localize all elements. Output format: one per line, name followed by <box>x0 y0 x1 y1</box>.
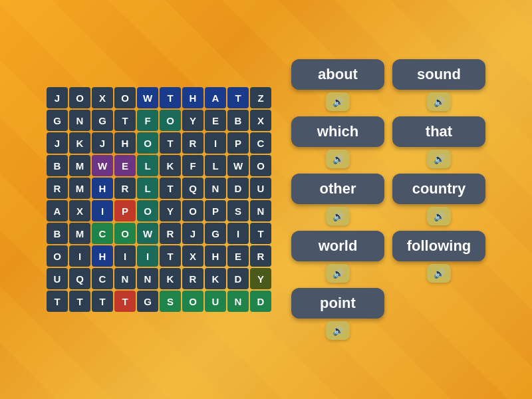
cell-9-8[interactable]: N <box>227 291 249 312</box>
cell-3-5[interactable]: K <box>160 155 181 176</box>
cell-6-0[interactable]: B <box>47 223 68 244</box>
cell-8-2[interactable]: C <box>92 268 113 289</box>
cell-3-2[interactable]: W <box>92 155 113 176</box>
cell-7-7[interactable]: H <box>205 245 226 267</box>
cell-7-0[interactable]: O <box>47 245 68 267</box>
cell-7-4[interactable]: I <box>137 245 158 267</box>
audio-btn-country[interactable]: 🔊 <box>427 207 451 225</box>
cell-3-4[interactable]: L <box>137 155 158 176</box>
cell-1-9[interactable]: X <box>250 110 271 131</box>
cell-6-8[interactable]: I <box>227 223 249 244</box>
cell-8-4[interactable]: N <box>137 268 158 289</box>
cell-2-4[interactable]: O <box>137 132 158 154</box>
cell-8-1[interactable]: Q <box>69 268 90 289</box>
cell-5-7[interactable]: P <box>205 200 226 221</box>
cell-3-0[interactable]: B <box>47 155 68 176</box>
cell-2-5[interactable]: T <box>160 132 181 154</box>
cell-2-2[interactable]: J <box>92 132 113 154</box>
cell-0-9[interactable]: Z <box>250 87 271 108</box>
cell-2-9[interactable]: C <box>250 132 271 154</box>
cell-1-5[interactable]: O <box>160 110 181 131</box>
cell-6-9[interactable]: T <box>250 223 271 244</box>
cell-1-4[interactable]: F <box>137 110 158 131</box>
cell-1-7[interactable]: E <box>205 110 226 131</box>
word-card-other[interactable]: other <box>291 174 384 204</box>
cell-7-5[interactable]: T <box>160 245 181 267</box>
cell-4-9[interactable]: U <box>250 178 271 199</box>
cell-3-9[interactable]: O <box>250 155 271 176</box>
cell-5-2[interactable]: I <box>92 200 113 221</box>
audio-btn-point[interactable]: 🔊 <box>326 321 350 340</box>
cell-9-5[interactable]: S <box>160 291 181 312</box>
cell-1-6[interactable]: Y <box>182 110 203 131</box>
cell-9-9[interactable]: D <box>250 291 271 312</box>
cell-0-2[interactable]: X <box>92 87 113 108</box>
cell-0-6[interactable]: H <box>182 87 203 108</box>
cell-4-6[interactable]: Q <box>182 178 203 199</box>
word-card-point[interactable]: point <box>291 288 384 319</box>
cell-6-4[interactable]: W <box>137 223 158 244</box>
cell-5-5[interactable]: Y <box>160 200 181 221</box>
word-card-following[interactable]: following <box>392 231 485 261</box>
cell-0-8[interactable]: T <box>227 87 249 108</box>
cell-4-2[interactable]: H <box>92 178 113 199</box>
cell-4-8[interactable]: D <box>227 178 249 199</box>
cell-9-3[interactable]: T <box>114 291 136 312</box>
cell-4-1[interactable]: M <box>69 178 90 199</box>
cell-1-8[interactable]: B <box>227 110 249 131</box>
cell-6-1[interactable]: M <box>69 223 90 244</box>
word-card-which[interactable]: which <box>291 116 384 147</box>
cell-5-9[interactable]: N <box>250 200 271 221</box>
word-card-sound[interactable]: sound <box>392 59 485 90</box>
cell-0-5[interactable]: T <box>160 87 181 108</box>
cell-4-7[interactable]: N <box>205 178 226 199</box>
cell-7-6[interactable]: X <box>182 245 203 267</box>
cell-0-1[interactable]: O <box>69 87 90 108</box>
cell-3-3[interactable]: E <box>114 155 136 176</box>
cell-6-2[interactable]: C <box>92 223 113 244</box>
cell-4-0[interactable]: R <box>47 178 68 199</box>
cell-5-8[interactable]: S <box>227 200 249 221</box>
cell-8-8[interactable]: D <box>227 268 249 289</box>
cell-2-8[interactable]: P <box>227 132 249 154</box>
cell-2-0[interactable]: J <box>47 132 68 154</box>
word-card-that[interactable]: that <box>392 116 485 147</box>
word-card-about[interactable]: about <box>291 59 384 90</box>
cell-4-5[interactable]: T <box>160 178 181 199</box>
word-card-world[interactable]: world <box>291 231 384 261</box>
cell-5-6[interactable]: O <box>182 200 203 221</box>
cell-6-7[interactable]: G <box>205 223 226 244</box>
cell-0-0[interactable]: J <box>47 87 68 108</box>
cell-5-4[interactable]: O <box>137 200 158 221</box>
cell-9-1[interactable]: T <box>69 291 90 312</box>
cell-0-7[interactable]: A <box>205 87 226 108</box>
cell-7-9[interactable]: R <box>250 245 271 267</box>
cell-4-3[interactable]: R <box>114 178 136 199</box>
audio-btn-world[interactable]: 🔊 <box>326 264 350 283</box>
cell-8-3[interactable]: N <box>114 268 136 289</box>
audio-btn-about[interactable]: 🔊 <box>326 92 350 111</box>
cell-1-1[interactable]: N <box>69 110 90 131</box>
cell-2-3[interactable]: H <box>114 132 136 154</box>
cell-1-3[interactable]: T <box>114 110 136 131</box>
cell-3-8[interactable]: W <box>227 155 249 176</box>
cell-0-3[interactable]: O <box>114 87 136 108</box>
cell-9-2[interactable]: T <box>92 291 113 312</box>
cell-3-7[interactable]: L <box>205 155 226 176</box>
cell-7-1[interactable]: I <box>69 245 90 267</box>
cell-9-4[interactable]: G <box>137 291 158 312</box>
cell-6-6[interactable]: J <box>182 223 203 244</box>
cell-8-0[interactable]: U <box>47 268 68 289</box>
cell-8-7[interactable]: K <box>205 268 226 289</box>
cell-3-1[interactable]: M <box>69 155 90 176</box>
cell-5-1[interactable]: X <box>69 200 90 221</box>
cell-8-5[interactable]: K <box>160 268 181 289</box>
cell-1-0[interactable]: G <box>47 110 68 131</box>
cell-7-2[interactable]: H <box>92 245 113 267</box>
word-card-country[interactable]: country <box>392 174 485 204</box>
cell-2-1[interactable]: K <box>69 132 90 154</box>
cell-7-3[interactable]: I <box>114 245 136 267</box>
audio-btn-sound[interactable]: 🔊 <box>427 92 451 111</box>
cell-6-3[interactable]: O <box>114 223 136 244</box>
audio-btn-following[interactable]: 🔊 <box>427 264 451 283</box>
